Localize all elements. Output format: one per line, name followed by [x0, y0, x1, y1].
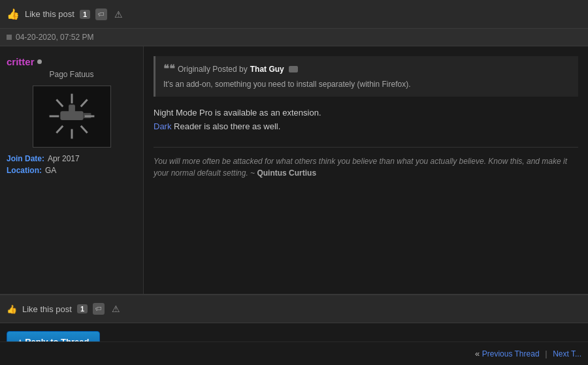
bottom-thumb-up-icon[interactable]: 👍	[7, 304, 17, 314]
join-date-value: Apr 2017	[48, 154, 80, 163]
svg-rect-1	[60, 111, 83, 120]
quote-header: ❝❝ Originally Posted by That Guy	[163, 63, 570, 75]
top-like-bar: 👍 Like this post 1 🏷 ⚠	[0, 0, 588, 29]
dark-reader-link[interactable]: Dark	[154, 121, 171, 131]
user-meta: Join Date: Apr 2017 Location: GA	[7, 154, 137, 175]
date-bar: 04-20-2020, 07:52 PM	[0, 29, 588, 46]
avatar-container	[7, 86, 137, 148]
location-row: Location: GA	[7, 166, 137, 175]
post-date: 04-20-2020, 07:52 PM	[16, 33, 93, 42]
nav-footer: « Previous Thread | Next T...	[0, 341, 588, 365]
post-main-text: Night Mode Pro is available as an extens…	[154, 106, 578, 134]
sig-author: Quintus Curtius	[257, 168, 316, 178]
chevron-left-icon: «	[475, 349, 480, 358]
quote-text: It's an add-on, something you need to in…	[163, 78, 570, 90]
quote-block: ❝❝ Originally Posted by That Guy It's an…	[154, 56, 578, 97]
like-text: Like this post	[25, 9, 74, 19]
bottom-report-icon[interactable]: ⚠	[110, 303, 122, 315]
sig-text: You will more often be attacked for what…	[154, 157, 567, 178]
sig-separator: ~	[250, 168, 257, 178]
quote-author: That Guy	[250, 65, 284, 74]
user-title: Pago Fatuus	[7, 70, 137, 79]
username: critter	[7, 56, 137, 67]
bottom-like-count: 1	[77, 304, 88, 313]
post-text-line1: Night Mode Pro is available as an extens…	[154, 108, 321, 118]
post-text-line2: Reader is also there as well.	[171, 121, 280, 131]
bottom-like-text: Like this post	[22, 304, 72, 314]
join-date-label: Join Date:	[7, 154, 44, 163]
post-marker-icon	[7, 35, 12, 40]
bottom-like-bar: 👍 Like this post 1 🏷 ⚠	[0, 294, 588, 323]
like-count: 1	[80, 10, 90, 19]
svg-rect-2	[69, 104, 75, 112]
avatar	[33, 86, 111, 148]
post-container: critter Pago Fatuus	[0, 46, 588, 294]
signature: You will more often be attacked for what…	[154, 147, 578, 179]
online-status-dot	[37, 59, 42, 64]
thumb-up-icon[interactable]: 👍	[7, 8, 20, 20]
location-label: Location:	[7, 166, 42, 175]
previous-thread-link[interactable]: Previous Thread	[482, 349, 540, 358]
bottom-tag-icon[interactable]: 🏷	[93, 303, 105, 315]
quote-view-icon	[289, 66, 298, 72]
tag-icon[interactable]: 🏷	[95, 8, 107, 20]
next-thread-link[interactable]: Next T...	[553, 349, 581, 358]
user-sidebar: critter Pago Fatuus	[0, 46, 144, 294]
join-date-row: Join Date: Apr 2017	[7, 154, 137, 163]
avatar-image	[33, 86, 110, 148]
report-icon[interactable]: ⚠	[112, 8, 124, 20]
quote-by-text: Originally Posted by	[178, 65, 248, 74]
nav-separator: |	[545, 349, 547, 358]
post-content: ❝❝ Originally Posted by That Guy It's an…	[144, 46, 588, 294]
location-value: GA	[45, 166, 56, 175]
quote-marks-icon: ❝❝	[163, 63, 175, 75]
